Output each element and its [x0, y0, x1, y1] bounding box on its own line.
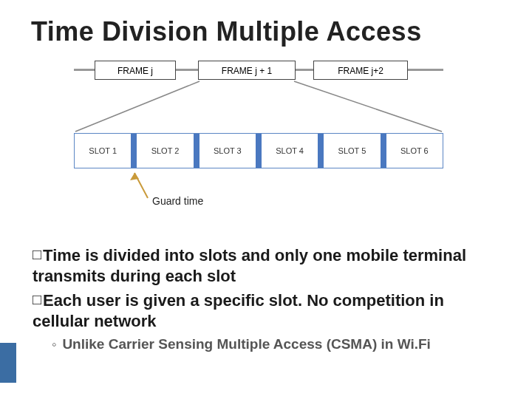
- guard-band: [194, 134, 200, 168]
- bullet-1-lead: Time: [43, 246, 81, 265]
- frames-row: FRAME j FRAME j + 1 FRAME j+2: [74, 59, 443, 81]
- frame-expand-lines-icon: [74, 80, 443, 139]
- slot-cell: SLOT 5: [324, 134, 380, 168]
- slide-accent-bar: [0, 343, 16, 383]
- bullet-1-rest: is divided into slots and only one mobil…: [33, 246, 466, 285]
- bullet-1: □Time is divided into slots and only one…: [33, 245, 505, 286]
- guard-band: [256, 134, 262, 168]
- frame-box-j1: FRAME j + 1: [198, 61, 296, 80]
- frame-axis-right: [408, 69, 443, 71]
- frame-box-j2: FRAME j+2: [313, 61, 408, 80]
- bullet-square-icon: □: [33, 291, 41, 307]
- slot-cell: SLOT 2: [137, 134, 193, 168]
- sub-bullet-ring-icon: ◦: [52, 337, 56, 352]
- svg-line-1: [294, 81, 442, 132]
- sub-bullet-1: ◦Unlike Carrier Sensing Multiple Access …: [52, 335, 505, 354]
- slot-cell: SLOT 3: [200, 134, 256, 168]
- tdma-figure: FRAME j FRAME j + 1 FRAME j+2 SLOT 1 SLO…: [74, 58, 443, 205]
- slots-row: SLOT 1 SLOT 2 SLOT 3 SLOT 4 SLOT 5 SLOT …: [74, 133, 443, 168]
- svg-line-0: [75, 81, 200, 132]
- slot-cell: SLOT 6: [386, 134, 443, 168]
- slide-title: Time Division Multiple Access: [0, 0, 532, 53]
- guard-time-label: Guard time: [152, 195, 203, 207]
- sub-bullet-1-text: Unlike Carrier Sensing Multiple Access (…: [62, 336, 431, 352]
- bullet-square-icon: □: [33, 246, 41, 262]
- slot-cell: SLOT 1: [75, 134, 131, 168]
- slide-body: □Time is divided into slots and only one…: [33, 245, 505, 384]
- bullet-2: □Each user is given a specific slot. No …: [33, 290, 505, 331]
- frame-axis-left: [74, 69, 95, 71]
- slot-cell: SLOT 4: [262, 134, 318, 168]
- guard-band: [131, 134, 137, 168]
- guard-band: [318, 134, 324, 168]
- frame-gap-2: [296, 69, 313, 71]
- bullet-2-rest: user is given a specific slot. No compet…: [33, 291, 444, 330]
- frame-box-j: FRAME j: [95, 61, 176, 80]
- bullet-2-lead: Each: [43, 291, 82, 310]
- guard-band: [381, 134, 386, 168]
- frame-gap-1: [176, 69, 198, 71]
